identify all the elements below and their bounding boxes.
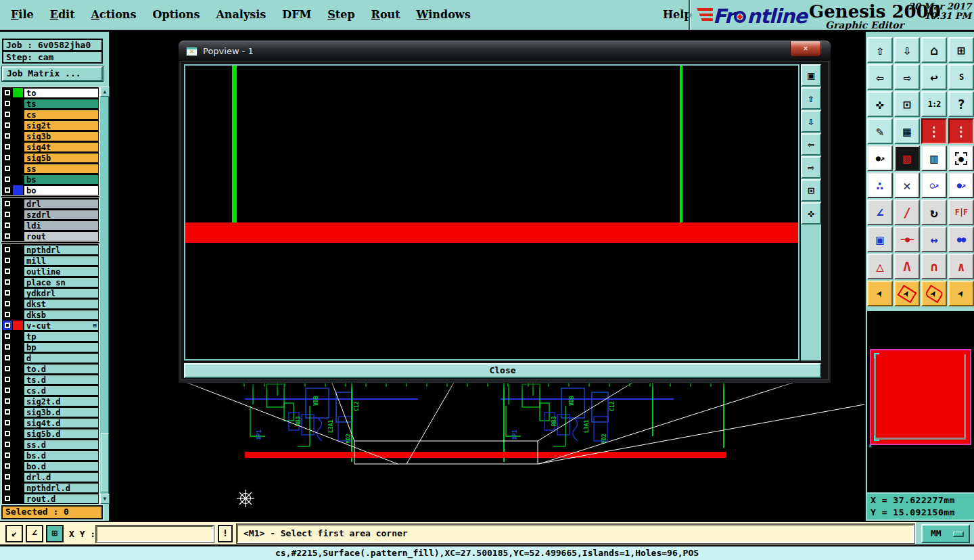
layer-row-sig2t[interactable]: sig2t — [2, 120, 99, 131]
layer-checkbox-ydkdrl[interactable] — [2, 287, 13, 298]
popview-pan-up-button[interactable]: ⇧ — [801, 87, 821, 110]
layer-row-npthdrl[interactable]: npthdrl — [2, 244, 99, 255]
layer-color-swatch[interactable] — [13, 386, 23, 395]
layer-row-rout.d[interactable]: rout.d — [2, 493, 99, 504]
measure-distance-button[interactable]: ↔ — [921, 227, 947, 252]
layer-color-swatch[interactable] — [13, 266, 23, 276]
layer-row-sig2t.d[interactable]: sig2t.d — [2, 396, 99, 406]
layer-checkbox-ts[interactable] — [2, 98, 13, 109]
scroll-down-icon[interactable]: ▼ — [100, 494, 110, 504]
layer-color-swatch[interactable] — [13, 231, 23, 241]
popview-close-button[interactable]: Close — [184, 363, 821, 378]
layer-row-ydkdrl[interactable]: ydkdrl — [2, 287, 99, 298]
select-frame-button[interactable]: ➤ — [894, 281, 920, 306]
layer-checkbox-dksb[interactable] — [2, 309, 13, 320]
stretch-element-button[interactable]: –●– — [894, 227, 920, 252]
popview-close-icon[interactable]: ✕ — [790, 41, 821, 57]
surface-tool-button[interactable]: ●● — [948, 227, 974, 252]
layer-color-swatch[interactable] — [13, 472, 23, 482]
layer-row-cs[interactable]: cs — [2, 109, 99, 120]
move-element-button[interactable]: ●↗ — [867, 145, 893, 171]
select-single-button[interactable]: ➤ — [867, 281, 893, 306]
layer-checkbox-sig2t.d[interactable] — [2, 396, 13, 406]
layer-color-swatch[interactable] — [13, 88, 23, 97]
menu-options[interactable]: Options — [153, 8, 200, 21]
layer-checkbox-szdrl[interactable] — [2, 209, 13, 220]
copy-to-layer-button[interactable]: ▧ — [894, 145, 920, 171]
layer-color-swatch[interactable] — [13, 375, 23, 384]
layer-row-sig5b[interactable]: sig5b — [2, 152, 99, 163]
layer-row-d[interactable]: d — [2, 352, 99, 363]
layer-row-szdrl[interactable]: szdrl — [2, 209, 99, 220]
layer-color-swatch[interactable] — [13, 131, 23, 141]
layer-color-swatch[interactable] — [13, 110, 23, 119]
layer-color-swatch[interactable] — [13, 461, 23, 471]
layer-checkbox-bp[interactable] — [2, 342, 13, 352]
menu-analysis[interactable]: Analysis — [216, 8, 266, 21]
layer-checkbox-sig3b[interactable] — [2, 131, 13, 141]
layer-checkbox-drl.d[interactable] — [2, 471, 13, 482]
pan-down-button[interactable]: ⇩ — [894, 37, 920, 63]
layer-row-to[interactable]: to — [2, 87, 99, 98]
layer-checkbox-npthdrl.d[interactable] — [2, 482, 13, 493]
layer-checkbox-bs[interactable] — [2, 174, 13, 185]
layer-row-sig3b.d[interactable]: sig3b.d — [2, 406, 99, 417]
layer-list-scrollbar[interactable]: ▲ ▼ — [99, 87, 109, 504]
display-mode-1-button[interactable]: ⋮ — [921, 118, 947, 144]
layer-row-rout[interactable]: rout — [2, 231, 99, 241]
layer-row-ts.d[interactable]: ts.d — [2, 374, 99, 385]
layer-checkbox-bo.d[interactable] — [2, 461, 13, 471]
layer-checkbox-sig5b.d[interactable] — [2, 428, 13, 439]
layer-row-tp[interactable]: tp — [2, 331, 99, 342]
layer-checkbox-npthdrl[interactable] — [2, 244, 13, 255]
layer-row-bo.d[interactable]: bo.d — [2, 461, 99, 471]
layer-checkbox-ts.d[interactable] — [2, 374, 13, 385]
layer-color-swatch[interactable] — [13, 364, 23, 373]
layer-checkbox-bo[interactable] — [2, 185, 13, 195]
layer-checkbox-rout.d[interactable] — [2, 493, 13, 504]
copy-element-button[interactable]: ▣ — [867, 227, 893, 252]
help-query-button[interactable]: ? — [948, 91, 974, 117]
layer-checkbox-to.d[interactable] — [2, 363, 13, 374]
menu-step[interactable]: Step — [327, 8, 354, 21]
popview-zoom-out-button[interactable]: ✜ — [801, 202, 821, 225]
layer-color-swatch[interactable] — [13, 396, 23, 406]
layer-color-swatch[interactable] — [13, 174, 23, 184]
mirror-element-button[interactable]: F|F — [948, 200, 974, 225]
pan-right-button[interactable]: ⇨ — [894, 64, 920, 90]
menu-rout[interactable]: Rout — [371, 8, 400, 21]
layer-color-swatch[interactable] — [13, 483, 23, 492]
layer-row-npthdrl.d[interactable]: npthdrl.d — [2, 482, 99, 493]
popview-pan-down-button[interactable]: ⇩ — [801, 110, 821, 133]
menu-actions[interactable]: Actions — [91, 8, 137, 21]
move-vertex-button[interactable]: ●↗ — [948, 172, 974, 198]
layer-color-swatch[interactable] — [13, 199, 23, 208]
layer-color-swatch[interactable] — [13, 310, 23, 319]
layer-color-swatch[interactable] — [13, 220, 23, 230]
popview-open-window-button[interactable]: ▣ — [801, 64, 821, 87]
layer-color-swatch[interactable] — [13, 418, 23, 427]
select-reference-button[interactable]: ● — [948, 145, 974, 171]
snap-corner-button[interactable]: ↙ — [5, 525, 23, 542]
select-polygon-button[interactable]: ➤ — [921, 281, 947, 306]
layer-color-swatch[interactable] — [13, 440, 23, 449]
zoom-out-button[interactable]: ✜ — [867, 91, 893, 117]
layer-checkbox-mill[interactable] — [2, 255, 13, 266]
layer-row-ts[interactable]: ts — [2, 98, 99, 109]
setup-editor-button[interactable]: ✎ — [867, 118, 893, 144]
popview-titlebar[interactable]: ✕ Popview - 1 ✕ — [179, 41, 831, 61]
layer-color-swatch[interactable] — [13, 120, 23, 130]
snap-grid-button[interactable]: ▦ — [894, 118, 920, 144]
layer-row-drl[interactable]: drl — [2, 198, 99, 209]
move-origin-button[interactable]: ○↗ — [921, 172, 947, 198]
layer-color-swatch[interactable] — [13, 342, 23, 352]
layer-color-swatch[interactable] — [13, 353, 23, 363]
layer-row-sig3b[interactable]: sig3b — [2, 131, 99, 141]
triangle-trim-button[interactable]: ∧ — [948, 254, 974, 279]
split-view-xy-button[interactable]: ⊞ — [948, 37, 974, 63]
layer-row-outline[interactable]: outline — [2, 266, 99, 277]
layer-checkbox-sig5b[interactable] — [2, 152, 13, 163]
triangle-clip-button[interactable]: ∩ — [921, 254, 947, 279]
layer-checkbox-outline[interactable] — [2, 266, 13, 277]
layer-color-swatch[interactable] — [13, 299, 23, 308]
